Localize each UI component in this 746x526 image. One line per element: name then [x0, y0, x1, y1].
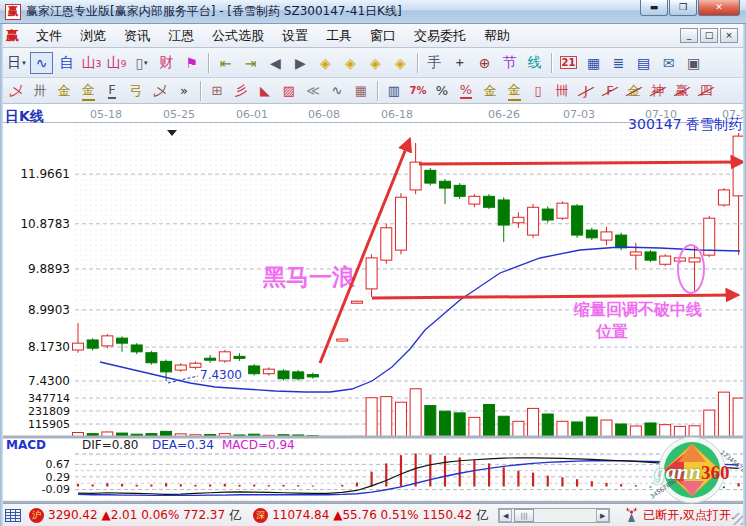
volume-bar — [498, 416, 509, 437]
gold-ring-icon[interactable]: 金 — [479, 81, 501, 100]
next-stock-icon[interactable]: ▶ — [289, 52, 312, 74]
x-axis-tick: 06-08 — [308, 108, 340, 121]
candle — [263, 369, 274, 374]
percent-icon[interactable]: % — [431, 81, 453, 100]
candle — [102, 336, 113, 346]
close-button[interactable]: ✕ — [698, 0, 740, 16]
volume-axis-label: 347714 — [28, 392, 70, 405]
chart-annotation-text: 位置 — [595, 322, 628, 341]
menu-item-文件[interactable]: 文件 — [27, 26, 71, 45]
mdi-close-icon[interactable]: × — [720, 28, 738, 43]
vol3-chart-icon[interactable]: 山₃ — [80, 52, 103, 74]
menu-item-工具[interactable]: 工具 — [317, 26, 361, 45]
f10-info-icon[interactable]: 自 — [55, 52, 78, 74]
diamond-right-icon[interactable]: ◈ — [364, 52, 387, 74]
gold-lines-icon[interactable]: 金 — [53, 81, 75, 100]
candle — [161, 361, 172, 371]
hand-tool-icon[interactable]: 手 — [423, 52, 446, 74]
status-scrollbar[interactable]: ◀ ||| ▶ — [498, 508, 610, 523]
candle — [307, 375, 318, 377]
scroll-left-icon[interactable]: ◀ — [499, 509, 512, 522]
menu-item-公式选股[interactable]: 公式选股 — [203, 26, 273, 45]
shenzhen-index-text: 11074.84 ▲55.76 0.51% 1150.42 — [272, 508, 472, 522]
gann-fan-icon[interactable]: 彡 — [230, 81, 252, 100]
gold-rule-icon[interactable]: 金 — [503, 81, 525, 100]
save-icon[interactable]: ▤ — [632, 52, 655, 74]
chart-annotation-text: 7.4300 — [200, 368, 242, 382]
mdi-minimize-icon[interactable]: _ — [680, 28, 698, 43]
volume-bar — [528, 408, 539, 437]
toolbar-separator — [200, 81, 201, 101]
zoom-tool-icon[interactable]: ⊕ — [473, 52, 496, 74]
price-axis-label: 8.9903 — [28, 303, 70, 317]
more-chevron-icon[interactable]: » — [173, 81, 195, 100]
spiral-icon[interactable]: 弓 — [125, 81, 147, 100]
gann-box-icon[interactable]: ▨ — [278, 81, 300, 100]
notebook-icon[interactable]: ≣ — [607, 52, 630, 74]
candle-type-icon[interactable]: ▯▾ — [130, 52, 153, 74]
f-line-icon[interactable]: F — [599, 81, 621, 100]
scroll-right-icon[interactable]: ▶ — [596, 509, 609, 522]
angle-rays-icon[interactable]: ≪ — [302, 81, 324, 100]
win-tool-icon[interactable]: 赢 — [671, 81, 693, 100]
percent-line-icon[interactable]: % — [455, 81, 477, 100]
volume-bar — [425, 406, 436, 437]
kline-chart-area[interactable]: 05-1805-2506-0106-0806-1806-2607-0307-10… — [0, 104, 746, 503]
candle-draw-icon[interactable]: ▯ — [527, 81, 549, 100]
four-tool-icon[interactable]: 四 — [695, 81, 717, 100]
wall-chart-icon[interactable]: ▥ — [383, 81, 405, 100]
first-page-icon[interactable]: ⇤ — [214, 52, 237, 74]
web-mail-icon[interactable]: ✉ — [657, 52, 680, 74]
kline-period-icon[interactable]: 日▾ — [5, 52, 28, 74]
calendar-icon[interactable]: 21 — [557, 52, 580, 74]
mdi-restore-icon[interactable]: □ — [700, 28, 718, 43]
minimize-button[interactable]: ▬ — [640, 0, 668, 16]
last-page-icon[interactable]: ⇥ — [239, 52, 262, 74]
box-tool-icon[interactable]: ⊞ — [206, 81, 228, 100]
diamond-up-icon[interactable]: ◈ — [339, 52, 362, 74]
lines-icon[interactable]: 线 — [523, 52, 546, 74]
maximize-button[interactable]: ❒ — [669, 0, 697, 16]
scroll-thumb[interactable]: ||| — [514, 509, 534, 522]
j-line-icon[interactable]: J — [575, 81, 597, 100]
menu-item-浏览[interactable]: 浏览 — [71, 26, 115, 45]
calculator-icon[interactable]: ▦ — [582, 52, 605, 74]
menu-item-江恩[interactable]: 江恩 — [159, 26, 203, 45]
remote-pc-icon[interactable]: ▣ — [682, 52, 705, 74]
prev-stock-icon[interactable]: ◀ — [264, 52, 287, 74]
lucky-cat-icon[interactable]: 财 — [155, 52, 178, 74]
volume-axis-label: 231809 — [28, 405, 70, 418]
shanghai-index-unit: 亿 — [229, 507, 241, 524]
trend-window-icon[interactable]: ∿ — [30, 52, 53, 74]
x-axis-tick: 06-26 — [488, 108, 520, 121]
hatchet-icon[interactable]: 乄 — [5, 81, 27, 100]
hatchet2-icon[interactable]: 乄 — [149, 81, 171, 100]
macd-panel-label: MACD — [6, 438, 46, 452]
festival-icon[interactable]: 节 — [498, 52, 521, 74]
f-lines-icon[interactable]: F — [101, 81, 123, 100]
diamond-out-icon[interactable]: ◈ — [389, 52, 412, 74]
diamond-left-icon[interactable]: ◈ — [314, 52, 337, 74]
grid2-icon[interactable]: ▦ — [350, 81, 372, 100]
wave-tool-icon[interactable]: ∿ — [326, 81, 348, 100]
grid-lines-icon[interactable]: 卅 — [29, 81, 51, 100]
x-axis-tick: 05-18 — [90, 108, 122, 121]
gold-lines2-icon[interactable]: 金 — [77, 81, 99, 100]
menu-item-设置[interactable]: 设置 — [273, 26, 317, 45]
candle — [528, 207, 539, 235]
menu-item-资讯[interactable]: 资讯 — [115, 26, 159, 45]
seven-pct-icon[interactable]: 7% — [407, 81, 429, 100]
vol9-chart-icon[interactable]: 山₉ — [105, 52, 128, 74]
quote-table-icon[interactable] — [5, 509, 21, 522]
menu-item-交易委托[interactable]: 交易委托 — [405, 26, 475, 45]
gann-fan2-icon[interactable]: ◣ — [254, 81, 276, 100]
menu-item-窗口[interactable]: 窗口 — [361, 26, 405, 45]
shen-tool-icon[interactable]: 神 — [647, 81, 669, 100]
menu-item-帮助[interactable]: 帮助 — [475, 26, 519, 45]
logo-text-360: 360 — [701, 462, 730, 483]
candle — [498, 200, 509, 225]
gold-slash-icon[interactable]: 金 — [623, 81, 645, 100]
wave-red-icon[interactable]: 卌 — [551, 81, 573, 100]
color-flag-icon[interactable]: ⚑ — [180, 52, 203, 74]
crosshair-icon[interactable]: ＋ — [448, 52, 471, 74]
